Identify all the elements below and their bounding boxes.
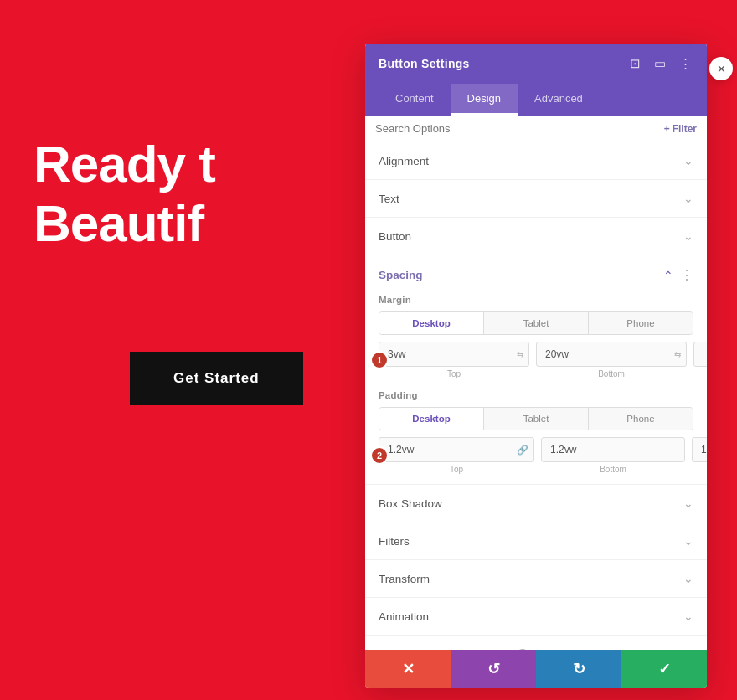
search-input[interactable]	[375, 122, 664, 135]
transform-label: Transform	[379, 573, 430, 585]
reset-button[interactable]: ↺	[451, 650, 536, 688]
hero-line1: Ready t	[34, 134, 215, 193]
tab-design[interactable]: Design	[451, 84, 518, 116]
margin-top-input-box: ⇆	[379, 342, 529, 367]
panel-tabs: Content Design Advanced	[365, 84, 707, 116]
panel-bottom-bar: ✕ ↺ ↻ ✓	[365, 650, 707, 688]
padding-left-input-box: 🔗	[692, 437, 707, 462]
filter-label: Filter	[673, 123, 697, 135]
padding-top-input[interactable]	[384, 438, 517, 461]
text-label: Text	[379, 193, 399, 205]
padding-badge: 2	[370, 446, 389, 465]
margin-top-link-icon: ⇆	[517, 350, 523, 359]
margin-bottom-input[interactable]	[542, 342, 674, 366]
text-section[interactable]: Text ⌄	[365, 180, 707, 218]
margin-bottom-link-icon: ⇆	[674, 350, 681, 359]
spacing-more-icon[interactable]: ⋮	[680, 267, 693, 283]
resize-icon[interactable]: ⊡	[626, 55, 643, 72]
filter-plus-icon: +	[664, 123, 670, 135]
cancel-button[interactable]: ✕	[365, 650, 451, 688]
spacing-header: Spacing ⌃ ⋮	[365, 255, 707, 290]
margin-device-tabs: Desktop Tablet Phone	[379, 311, 693, 335]
padding-bottom-label: Bottom	[541, 465, 685, 474]
margin-desktop-tab[interactable]: Desktop	[379, 312, 484, 334]
spacing-header-icons: ⌃ ⋮	[663, 267, 693, 283]
panel-body: + Filter Alignment ⌄ Text ⌄ Button ⌄ Spa…	[365, 116, 707, 650]
padding-inputs-wrapper: 2 🔗 Top Bottom	[379, 437, 693, 474]
filters-section[interactable]: Filters ⌄	[365, 522, 707, 560]
padding-left-label: Left	[692, 465, 707, 474]
search-bar: + Filter	[365, 116, 707, 142]
margin-bottom-input-box: ⇆	[536, 342, 687, 367]
header-icons: ⊡ ▭ ⋮	[626, 55, 693, 72]
transform-chevron: ⌄	[683, 572, 693, 585]
animation-label: Animation	[379, 610, 429, 623]
settings-panel: Button Settings ⊡ ▭ ⋮ Content Design Adv…	[365, 44, 707, 688]
animation-section[interactable]: Animation ⌄	[365, 598, 707, 636]
margin-top-input[interactable]	[384, 342, 517, 366]
text-chevron: ⌄	[683, 192, 693, 205]
margin-badge: 1	[370, 351, 389, 369]
button-section[interactable]: Button ⌄	[365, 218, 707, 255]
animation-chevron: ⌄	[683, 610, 693, 623]
margin-tablet-tab[interactable]: Tablet	[484, 312, 589, 334]
padding-desktop-tab[interactable]: Desktop	[379, 408, 484, 430]
spacing-chevron-up[interactable]: ⌃	[663, 269, 673, 282]
box-shadow-label: Box Shadow	[379, 497, 442, 510]
margin-inputs-wrapper: 1 ⇆ Top ⇆ Bottom	[379, 342, 693, 378]
spacing-section: Spacing ⌃ ⋮ Margin Desktop Tablet Phone …	[365, 255, 707, 485]
margin-phone-tab[interactable]: Phone	[589, 312, 693, 334]
spacing-title: Spacing	[379, 269, 423, 281]
padding-phone-tab[interactable]: Phone	[589, 408, 693, 430]
filters-label: Filters	[379, 535, 410, 548]
panel-close-button[interactable]: ✕	[709, 57, 733, 80]
margin-top-label: Top	[379, 369, 529, 378]
alignment-section[interactable]: Alignment ⌄	[365, 142, 707, 180]
button-label: Button	[379, 230, 411, 243]
columns-icon[interactable]: ▭	[652, 55, 668, 72]
hero-text: Ready t Beautif	[34, 134, 215, 254]
padding-bottom-input[interactable]	[547, 438, 679, 461]
redo-button[interactable]: ↻	[536, 650, 621, 688]
padding-left-input[interactable]	[698, 438, 707, 461]
transform-section[interactable]: Transform ⌄	[365, 560, 707, 598]
help-row: ? Help	[365, 636, 707, 650]
padding-top-link-icon: 🔗	[517, 445, 528, 456]
save-button[interactable]: ✓	[621, 650, 707, 688]
hero-line2: Beautif	[34, 193, 215, 253]
padding-top-label: Top	[379, 465, 534, 474]
get-started-button[interactable]: Get Started	[130, 352, 303, 405]
tab-content[interactable]: Content	[379, 84, 451, 116]
filters-chevron: ⌄	[683, 534, 693, 548]
box-shadow-chevron: ⌄	[683, 497, 693, 510]
panel-title: Button Settings	[379, 57, 470, 70]
margin-left-input-box	[693, 342, 707, 367]
panel-header: Button Settings ⊡ ▭ ⋮	[365, 44, 707, 84]
padding-device-tabs: Desktop Tablet Phone	[379, 407, 693, 430]
margin-bottom-label: Bottom	[536, 369, 687, 378]
alignment-label: Alignment	[379, 155, 429, 167]
button-chevron: ⌄	[683, 229, 693, 243]
margin-label: Margin	[365, 290, 707, 308]
tab-advanced[interactable]: Advanced	[518, 84, 600, 116]
more-icon[interactable]: ⋮	[677, 55, 693, 72]
padding-tablet-tab[interactable]: Tablet	[484, 408, 589, 430]
filter-button[interactable]: + Filter	[664, 123, 697, 135]
margin-left-label: Left	[693, 369, 707, 378]
box-shadow-section[interactable]: Box Shadow ⌄	[365, 485, 707, 522]
margin-left-input[interactable]	[699, 342, 707, 366]
padding-top-input-box: 🔗	[379, 437, 534, 462]
alignment-chevron: ⌄	[683, 154, 693, 167]
padding-label: Padding	[365, 385, 707, 404]
padding-bottom-input-box	[541, 437, 685, 462]
